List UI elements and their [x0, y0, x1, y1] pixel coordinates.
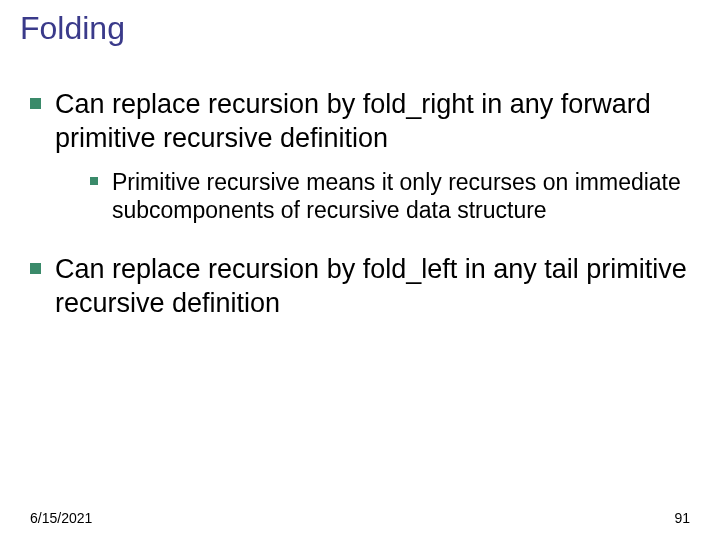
slide-body: Can replace recursion by fold_right in a… [30, 88, 690, 333]
square-bullet-icon [30, 98, 41, 109]
footer-date: 6/15/2021 [30, 510, 92, 526]
bullet-text: Can replace recursion by fold_left in an… [55, 253, 690, 321]
bullet-item: Can replace recursion by fold_left in an… [30, 253, 690, 321]
bullet-text: Primitive recursive means it only recurs… [112, 168, 690, 226]
slide-title: Folding [20, 10, 125, 47]
square-bullet-icon [90, 177, 98, 185]
square-bullet-icon [30, 263, 41, 274]
slide: Folding Can replace recursion by fold_ri… [0, 0, 720, 540]
footer-page-number: 91 [674, 510, 690, 526]
bullet-item: Can replace recursion by fold_right in a… [30, 88, 690, 156]
bullet-text: Can replace recursion by fold_right in a… [55, 88, 690, 156]
bullet-item: Primitive recursive means it only recurs… [90, 168, 690, 226]
